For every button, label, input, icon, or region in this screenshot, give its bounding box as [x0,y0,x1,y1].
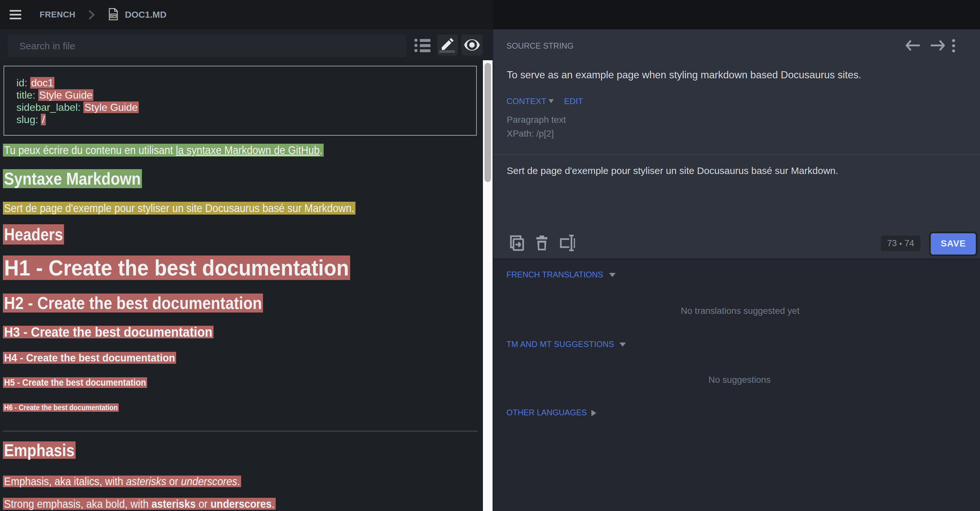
svg-text:M: M [111,14,114,18]
